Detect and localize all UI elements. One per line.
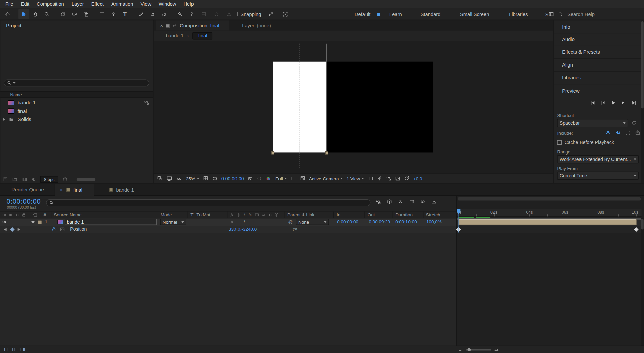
menu-edit[interactable]: Edit (17, 0, 33, 8)
include-overlays-icon[interactable] (625, 130, 631, 135)
transparency-grid-icon[interactable] (300, 176, 305, 181)
first-frame-button[interactable] (588, 99, 597, 107)
menu-animation[interactable]: Animation (108, 0, 137, 8)
add-keyframe-icon[interactable] (10, 227, 15, 232)
layer-name-box[interactable]: bande 1 (65, 219, 156, 225)
layer-stretch-value[interactable]: 100,0% (426, 219, 442, 224)
menu-help[interactable]: Help (180, 0, 197, 8)
timeline-scrollbar-thumb[interactable] (641, 219, 643, 230)
disclosure-triangle-icon[interactable] (3, 118, 5, 121)
menu-effect[interactable]: Effect (88, 0, 108, 8)
view-layout-dropdown[interactable]: 1 View (347, 176, 364, 181)
parent-link-column[interactable]: Parent & Link (287, 212, 314, 217)
zoom-out-mountains-icon[interactable] (458, 348, 463, 352)
menu-composition[interactable]: Composition (33, 0, 68, 8)
reset-exposure-icon[interactable] (404, 176, 410, 181)
timeline-tab-bande[interactable]: bande 1 (105, 184, 138, 196)
property-value[interactable]: 330,0,-3240,0 (229, 227, 257, 232)
workspace-standard[interactable]: Standard (421, 11, 441, 17)
timeline-search[interactable] (46, 199, 370, 206)
snapping-checkbox[interactable] (233, 12, 237, 16)
collapse-transformations-icon[interactable] (230, 220, 234, 224)
horizontal-scrollbar-thumb[interactable] (77, 178, 95, 181)
timeline-search-input[interactable] (55, 200, 367, 206)
layer-visibility-icon[interactable] (2, 220, 7, 224)
workspace-default[interactable]: Default (355, 11, 371, 17)
breadcrumb-parent[interactable]: bande 1 (166, 33, 184, 38)
comp-mini-flowchart-icon[interactable] (375, 199, 381, 204)
include-audio-icon[interactable] (615, 130, 620, 135)
quality-switch-icon[interactable]: / (244, 219, 245, 224)
project-search-input[interactable] (17, 80, 146, 86)
puppet-pin-tool-icon[interactable] (186, 9, 197, 19)
snapshot-icon[interactable] (248, 176, 253, 181)
bit-depth-button[interactable]: 8 bpc (40, 176, 58, 183)
toggle-in-out-pane-icon[interactable] (20, 347, 26, 352)
close-tab-icon[interactable]: × (60, 187, 63, 193)
composition-tab[interactable]: × Composition final ≡ (156, 20, 229, 30)
menu-file[interactable]: File (2, 0, 17, 8)
search-help-input[interactable] (567, 11, 629, 17)
layer-expander-icon[interactable] (31, 221, 35, 223)
pen-tool-icon[interactable] (108, 9, 119, 19)
index-column[interactable]: # (44, 212, 46, 217)
panel-tab-align[interactable]: Align (554, 59, 644, 72)
fast-previews-icon[interactable] (377, 176, 382, 181)
resolution-dropdown[interactable]: Full (275, 176, 287, 181)
panel-tab-audio[interactable]: Audio (554, 33, 644, 46)
monitor-icon[interactable] (166, 175, 172, 181)
stereo-3d-icon[interactable] (176, 176, 182, 181)
timeline-graph-area[interactable]: 0s 02s 04s 06s 08s 10s (456, 196, 644, 346)
t-column[interactable]: T (190, 212, 193, 217)
parent-pick-whip-icon[interactable]: @ (288, 219, 293, 224)
layer-color-swatch[interactable] (38, 220, 42, 224)
brush-tool-icon[interactable] (136, 9, 146, 19)
mini-flowchart-icon[interactable] (386, 176, 391, 181)
workspace-overflow-chevrons[interactable]: » (545, 11, 548, 17)
project-item-final[interactable]: final (0, 107, 153, 115)
next-keyframe-icon[interactable] (18, 228, 20, 231)
layer-duration-value[interactable]: 0:00:10:00 (395, 219, 417, 224)
cache-before-playback-checkbox[interactable] (557, 140, 562, 144)
trash-icon[interactable] (62, 176, 68, 182)
range-dropdown[interactable]: Work Area Extended By Current... (557, 155, 639, 163)
previous-frame-button[interactable] (598, 99, 607, 107)
last-frame-button[interactable] (629, 99, 638, 107)
previous-keyframe-icon[interactable] (4, 228, 6, 231)
eraser-tool-icon[interactable] (159, 9, 169, 19)
blend-mode-dropdown[interactable]: Normal (160, 219, 186, 225)
export-frame-icon[interactable] (635, 130, 640, 135)
menu-layer[interactable]: Layer (68, 0, 88, 8)
project-search[interactable] (4, 79, 149, 86)
play-from-dropdown[interactable]: Current Time (557, 172, 639, 180)
exposure-graph-icon[interactable] (395, 176, 400, 181)
in-column[interactable]: In (337, 212, 340, 217)
exposure-value[interactable]: +0,0 (413, 176, 422, 181)
parent-dropdown[interactable]: None (296, 219, 329, 225)
current-time-display[interactable]: 0:00:00:00 (7, 197, 41, 205)
property-row[interactable]: Position 330,0,-3240,0 @ (0, 226, 456, 233)
layer-viewer-tab[interactable]: Layer (none) (242, 20, 271, 30)
out-column[interactable]: Out (368, 212, 375, 217)
camera-tool-icon[interactable] (69, 9, 80, 19)
rotation-tool-icon[interactable] (57, 9, 68, 19)
layer-row[interactable]: 1 bande 1 Normal / @ None 0:00:00:00 0:0… (0, 218, 456, 226)
stretch-column[interactable]: Stretch (426, 212, 440, 217)
shape-tool-icon[interactable] (97, 9, 107, 19)
motion-blur-icon[interactable] (420, 199, 426, 204)
close-tab-icon[interactable]: × (160, 23, 163, 28)
new-folder-icon[interactable] (12, 177, 18, 182)
workspace-small-screen[interactable]: Small Screen (460, 11, 489, 17)
viewer-timecode[interactable]: 0:00:00:00 (221, 176, 244, 181)
color-settings-icon[interactable] (31, 177, 36, 182)
timeline-panel-menu-icon[interactable]: ≡ (86, 187, 89, 193)
project-item-bande1[interactable]: bande 1 (0, 99, 153, 107)
interpret-footage-icon[interactable] (3, 176, 8, 182)
clone-stamp-tool-icon[interactable] (147, 9, 158, 19)
next-frame-button[interactable] (619, 99, 628, 107)
property-name[interactable]: Position (70, 227, 87, 232)
layer-out-value[interactable]: 0:00:09:29 (369, 219, 390, 224)
include-video-icon[interactable] (605, 130, 611, 135)
name-column[interactable]: Name (10, 92, 22, 97)
timeline-zoom-slider[interactable] (466, 349, 491, 351)
